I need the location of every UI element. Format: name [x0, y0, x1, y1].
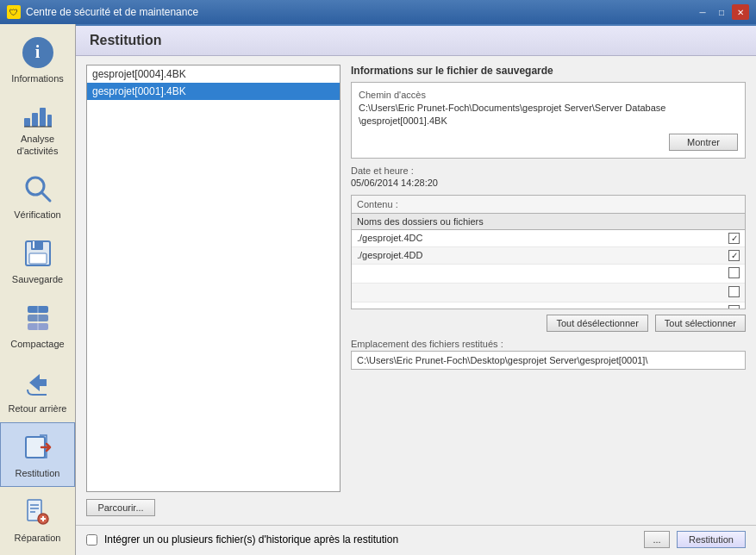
sidebar-item-restitution[interactable]: Restitution: [0, 422, 75, 487]
date-label: Date et heure :: [351, 165, 746, 176]
path-label: Chemin d'accès: [359, 90, 738, 100]
content-header: Restitution: [76, 26, 756, 56]
contenu-col-header: Noms des dossiers ou fichiers: [352, 214, 723, 230]
magnify-icon: [21, 171, 55, 206]
table-row: ./gesprojet.4DD: [352, 246, 745, 264]
contenu-wrap[interactable]: Noms des dossiers ou fichiers ./gesproje…: [352, 214, 745, 309]
contenu-name-cell: [352, 283, 723, 302]
sidebar-item-analyse[interactable]: Analysed'activités: [0, 92, 75, 164]
path-group: Chemin d'accès C:\Users\Eric Prunet-Foch…: [351, 82, 746, 159]
dotdot-button[interactable]: ...: [644, 531, 670, 548]
date-value: 05/06/2014 14:28:20: [351, 178, 746, 188]
parcourir-button[interactable]: Parcourir...: [86, 499, 155, 516]
checkbox[interactable]: [728, 286, 740, 297]
contenu-name-cell: ./gesprojet.4DD: [352, 246, 723, 264]
bottom-right: ... Restitution: [644, 531, 746, 548]
file-listbox[interactable]: gesprojet[0004].4BK gesprojet[0001].4BK: [86, 65, 341, 492]
checkbox[interactable]: [728, 305, 740, 309]
table-row: [352, 302, 745, 309]
checkbox[interactable]: [728, 250, 740, 261]
window-controls: ─ □ ✕: [694, 4, 749, 20]
sidebar-label-sauvegarde: Sauvegarde: [12, 274, 63, 285]
svg-rect-1: [32, 113, 38, 127]
sidebar-label-informations: Informations: [11, 73, 64, 84]
checkbox[interactable]: [728, 267, 740, 278]
svg-rect-0: [24, 118, 30, 127]
contenu-label: Contenu :: [352, 196, 745, 214]
svg-rect-10: [33, 241, 34, 248]
sidebar-label-compactage: Compactage: [10, 339, 64, 350]
chart-icon: [21, 99, 55, 130]
window-title: Centre de sécurité et de maintenance: [26, 6, 694, 18]
maximize-button[interactable]: □: [713, 4, 730, 20]
contenu-chk-cell: [723, 283, 745, 302]
file-listbox-item[interactable]: gesprojet[0004].4BK: [87, 65, 340, 83]
integrer-checkbox[interactable]: [86, 534, 97, 546]
restore-icon: [21, 430, 55, 465]
repair-icon: [21, 495, 55, 529]
app-icon: 🛡: [7, 5, 21, 19]
restitution-button[interactable]: Restitution: [677, 531, 746, 548]
sidebar-item-compactage[interactable]: Compactage: [0, 293, 75, 358]
svg-line-6: [41, 192, 50, 201]
checkbox[interactable]: [728, 233, 740, 244]
contenu-table: Noms des dossiers ou fichiers ./gesproje…: [352, 214, 745, 309]
file-list-panel: gesprojet[0004].4BK gesprojet[0001].4BK …: [86, 65, 341, 516]
sidebar-label-retour: Retour arrière: [9, 403, 67, 415]
contenu-chk-cell: [723, 302, 745, 309]
contenu-name-cell: [352, 302, 723, 309]
compact-icon: [21, 301, 55, 335]
svg-rect-3: [47, 115, 52, 127]
sidebar-item-verification[interactable]: Vérification: [0, 164, 75, 228]
info-icon: i: [21, 35, 55, 70]
sidebar: i Informations Analysed'activités: [0, 24, 76, 555]
table-row: ./gesprojet.4DC: [352, 229, 745, 246]
back-icon: [21, 365, 55, 400]
table-row: [352, 283, 745, 302]
content-body: gesprojet[0004].4BK gesprojet[0001].4BK …: [76, 56, 756, 525]
select-buttons: Tout désélectionner Tout sélectionner: [351, 315, 746, 332]
emplacement-section: Emplacement des fichiers restitués : C:\…: [351, 339, 746, 370]
file-listbox-item-selected[interactable]: gesprojet[0001].4BK: [87, 83, 340, 100]
emplacement-value: C:\Users\Eric Prunet-Foch\Desktop\gespro…: [351, 351, 746, 370]
emplacement-label: Emplacement des fichiers restitués :: [351, 339, 746, 349]
bottom-bar: Intégrer un ou plusieurs fichier(s) d'hi…: [76, 525, 756, 555]
contenu-chk-cell[interactable]: [723, 229, 745, 246]
contenu-name-cell: [352, 264, 723, 283]
info-panel: Informations sur le fichier de sauvegard…: [351, 65, 746, 516]
contenu-chk-cell: [723, 264, 745, 283]
svg-rect-2: [40, 108, 46, 127]
contenu-chk-col: [723, 214, 745, 230]
sidebar-label-analyse: Analysed'activités: [17, 134, 59, 156]
integrer-label: Intégrer un ou plusieurs fichier(s) d'hi…: [104, 533, 398, 546]
sidebar-item-retour[interactable]: Retour arrière: [0, 358, 75, 422]
montrer-row: Montrer: [359, 134, 738, 151]
montrer-button[interactable]: Montrer: [669, 134, 738, 151]
svg-rect-9: [29, 253, 47, 264]
contenu-name-cell: ./gesprojet.4DC: [352, 229, 723, 246]
date-section: Date et heure : 05/06/2014 14:28:20: [351, 165, 746, 188]
content-area: Restitution gesprojet[0004].4BK gesproje…: [76, 24, 756, 555]
contenu-section: Contenu : Noms des dossiers ou fichiers: [351, 195, 746, 309]
contenu-chk-cell[interactable]: [723, 246, 745, 264]
path-value: C:\Users\Eric Prunet-Foch\Documents\gesp…: [359, 102, 738, 128]
minimize-button[interactable]: ─: [694, 4, 711, 20]
sidebar-item-informations[interactable]: i Informations: [0, 28, 75, 92]
sidebar-item-reparation[interactable]: Réparation: [0, 487, 75, 552]
info-section-title: Informations sur le fichier de sauvegard…: [351, 65, 746, 77]
sidebar-label-verification: Vérification: [14, 209, 60, 221]
page-title: Restitution: [90, 33, 742, 48]
browse-btn-area: Parcourir...: [86, 499, 341, 516]
tout-selectionner-button[interactable]: Tout sélectionner: [655, 315, 746, 332]
close-button[interactable]: ✕: [732, 4, 749, 20]
sidebar-label-restitution: Restitution: [16, 468, 60, 479]
tout-deselectionner-button[interactable]: Tout désélectionner: [547, 315, 647, 332]
title-bar: 🛡 Centre de sécurité et de maintenance ─…: [0, 0, 756, 24]
save-icon: [21, 236, 55, 271]
sidebar-label-reparation: Réparation: [15, 533, 61, 544]
table-row: [352, 264, 745, 283]
sidebar-item-sauvegarde[interactable]: Sauvegarde: [0, 228, 75, 293]
main-container: i Informations Analysed'activités: [0, 24, 756, 555]
